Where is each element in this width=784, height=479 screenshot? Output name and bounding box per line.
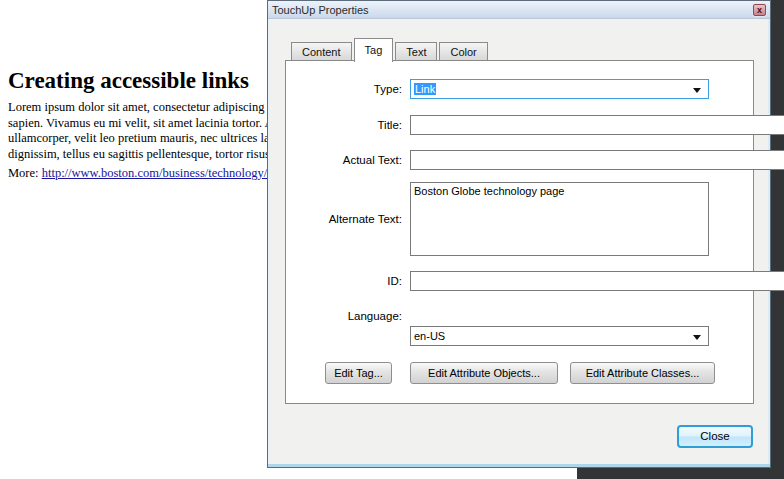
document-more-line: More: http://www.boston.com/business/tec… xyxy=(8,166,267,181)
type-label: Type: xyxy=(286,79,402,99)
type-selected-value: Link xyxy=(414,83,436,95)
edit-attribute-classes-button[interactable]: Edit Attribute Classes... xyxy=(570,362,715,384)
chevron-down-icon[interactable] xyxy=(693,88,701,93)
alternate-text-textarea[interactable]: Boston Globe technology page xyxy=(410,182,709,256)
title-input[interactable] xyxy=(410,115,784,135)
tab-content[interactable]: Content xyxy=(291,42,352,61)
dialog-titlebar[interactable]: TouchUp Properties x xyxy=(268,1,770,19)
close-icon[interactable]: x xyxy=(753,4,766,16)
language-selected-value: en-US xyxy=(414,330,445,342)
close-button[interactable]: Close xyxy=(677,425,753,448)
id-label: ID: xyxy=(286,271,402,291)
document-heading: Creating accessible links xyxy=(8,68,249,94)
title-label: Title: xyxy=(286,115,402,135)
dialog-title: TouchUp Properties xyxy=(272,4,369,16)
actual-text-label: Actual Text: xyxy=(286,150,402,170)
edit-attribute-objects-button[interactable]: Edit Attribute Objects... xyxy=(410,362,558,384)
tab-color[interactable]: Color xyxy=(439,42,487,61)
language-label: Language: xyxy=(286,306,402,326)
tab-tag[interactable]: Tag xyxy=(354,38,394,62)
tab-text[interactable]: Text xyxy=(395,42,437,61)
more-label: More: xyxy=(8,166,42,180)
edit-tag-button[interactable]: Edit Tag... xyxy=(325,362,392,384)
type-dropdown[interactable]: Link xyxy=(410,79,709,99)
touchup-properties-dialog: TouchUp Properties x Content Tag Text Co… xyxy=(267,0,771,468)
id-input[interactable] xyxy=(410,271,784,291)
document-hyperlink[interactable]: http://www.boston.com/business/technolog… xyxy=(42,166,268,180)
chevron-down-icon[interactable] xyxy=(693,335,701,340)
tag-tab-panel: Type: Link Title: Actual Text: Alternate… xyxy=(285,60,754,404)
tab-bar: Content Tag Text Color xyxy=(291,37,490,61)
language-dropdown[interactable]: en-US xyxy=(410,326,709,346)
alternate-text-label: Alternate Text: xyxy=(286,182,402,256)
actual-text-input[interactable] xyxy=(410,150,784,170)
